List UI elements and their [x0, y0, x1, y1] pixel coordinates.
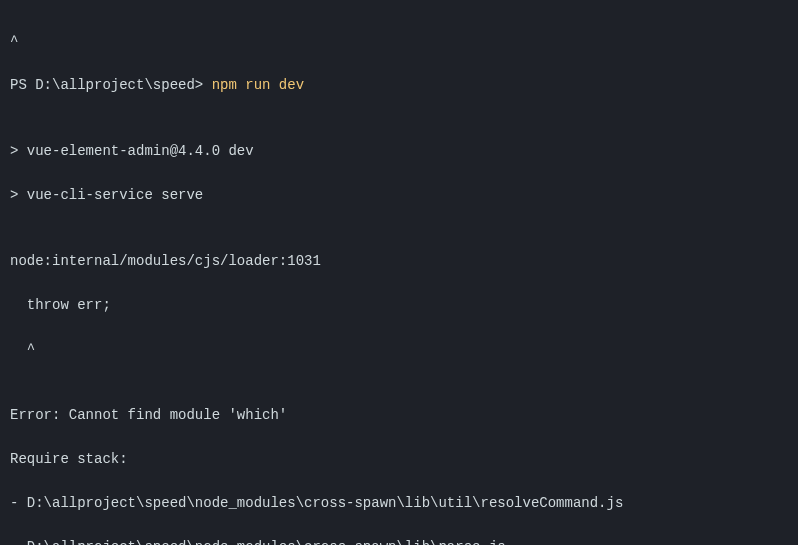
- loader-line-3: ^: [10, 338, 788, 360]
- prompt-line-1: PS D:\allproject\speed> npm run dev: [10, 74, 788, 96]
- loader-line-2: throw err;: [10, 294, 788, 316]
- caret-line: ^: [10, 30, 788, 52]
- stack-line-1: - D:\allproject\speed\node_modules\cross…: [10, 492, 788, 514]
- run-output-1: > vue-element-admin@4.4.0 dev: [10, 140, 788, 162]
- stack-line-2: - D:\allproject\speed\node_modules\cross…: [10, 536, 788, 545]
- run-output-2: > vue-cli-service serve: [10, 184, 788, 206]
- error-line-2: Require stack:: [10, 448, 788, 470]
- error-line-1: Error: Cannot find module 'which': [10, 404, 788, 426]
- prompt-path: PS D:\allproject\speed>: [10, 77, 212, 93]
- terminal-output[interactable]: ^ PS D:\allproject\speed> npm run dev > …: [10, 8, 788, 545]
- command-text: npm run dev: [212, 77, 304, 93]
- loader-line-1: node:internal/modules/cjs/loader:1031: [10, 250, 788, 272]
